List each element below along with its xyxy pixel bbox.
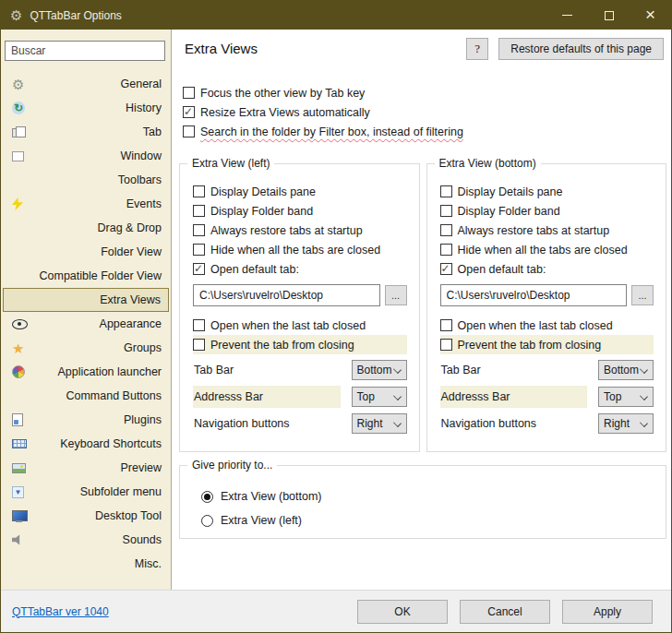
sidebar-item-window[interactable]: Window [1,144,171,168]
apply-button[interactable]: Apply [562,600,653,624]
default-tab-path-input[interactable] [440,284,628,306]
default-tab-path-input[interactable] [193,284,380,306]
checkbox[interactable] [440,244,452,256]
checkbox[interactable] [193,244,205,256]
radio-row-extra-view-left[interactable]: Extra View (left) [201,508,302,532]
checkbox[interactable] [440,263,452,275]
sidebar-item-misc[interactable]: Misc. [1,552,171,576]
checkbox-row-display-folder-band[interactable]: Display Folder band [193,201,407,221]
maximize-button[interactable] [588,1,630,30]
restore-defaults-button[interactable]: Restore defaults of this page [498,38,664,60]
checkbox-label[interactable]: Search in the folder by Filter box, inst… [200,125,463,138]
navigation-buttons-select[interactable]: Right [598,413,654,434]
address-bar-select[interactable]: Top [352,387,407,407]
checkbox-row-hide-when-tabs-closed[interactable]: Hide when all the tabs are closed [440,240,654,259]
checkbox-row-open-when-last-tab-closed[interactable]: Open when the last tab closed [193,316,407,335]
checkbox[interactable] [440,205,452,217]
sidebar-item-plugins[interactable]: Plugins [1,408,171,432]
checkbox-label[interactable]: Focus the other view by Tab key [200,87,365,100]
radio-row-extra-view-bottom[interactable]: Extra View (bottom) [201,484,322,508]
tab-bar-select[interactable]: Bottom [352,360,407,380]
checkbox-row-open-default-tab[interactable]: Open default tab: [440,259,654,279]
checkbox-row-restore-tabs-startup[interactable]: Always restore tabs at startup [193,221,407,240]
cancel-button[interactable]: Cancel [460,600,550,624]
sidebar-item-sounds[interactable]: Sounds [1,528,171,552]
checkbox-label[interactable]: Display Details pane [210,185,316,198]
navigation-buttons-select[interactable]: Right [352,413,407,434]
close-button[interactable]: × [630,1,671,30]
checkbox-label[interactable]: Open default tab: [210,263,299,276]
sidebar-item-folder-view[interactable]: Folder View [1,240,171,264]
sidebar-item-extra-views[interactable]: Extra Views [3,288,169,312]
version-link[interactable]: QTTabBar ver 1040 [12,605,109,618]
checkbox-label[interactable]: Display Details pane [458,185,563,198]
checkbox-row-display-details-pane[interactable]: Display Details pane [193,182,407,201]
sidebar-item-keyboard-shortcuts[interactable]: Keyboard Shortcuts [1,432,171,456]
checkbox[interactable] [193,205,205,217]
browse-button[interactable]: ... [631,285,654,305]
sidebar-item-appearance[interactable]: Appearance [1,312,171,336]
checkbox-row-prevent-tab-closing[interactable]: Prevent the tab from closing [440,335,654,354]
checkbox-label[interactable]: Hide when all the tabs are closed [210,244,380,257]
checkbox-label[interactable]: Always restore tabs at startup [210,224,363,237]
checkbox-label[interactable]: Display Folder band [458,205,560,218]
checkbox-row-search-filter-box[interactable]: Search in the folder by Filter box, inst… [183,122,463,141]
tab-bar-select[interactable]: Bottom [598,360,654,380]
checkbox[interactable] [183,125,195,137]
search-input[interactable] [5,41,165,61]
checkbox[interactable] [193,263,205,275]
radio-label[interactable]: Extra View (left) [221,514,302,527]
checkbox[interactable] [440,185,452,197]
radio-label[interactable]: Extra View (bottom) [221,490,322,503]
sidebar-item-tab[interactable]: Tab [1,120,171,144]
help-button[interactable]: ? [466,38,488,60]
titlebar[interactable]: ⚙ QTTabBar Options × [1,1,671,30]
checkbox-row-hide-when-tabs-closed[interactable]: Hide when all the tabs are closed [193,240,407,259]
sidebar-item-general[interactable]: ⚙ General [1,72,171,96]
checkbox-label[interactable]: Always restore tabs at startup [458,224,610,237]
minimize-button[interactable] [546,1,588,30]
checkbox-label[interactable]: Resize Extra Views automatically [200,106,370,119]
radio-button[interactable] [201,515,213,527]
checkbox-row-display-details-pane[interactable]: Display Details pane [440,182,654,201]
sidebar-item-toolbars[interactable]: Toolbars [1,168,171,192]
checkbox-label[interactable]: Prevent the tab from closing [458,339,602,352]
sidebar-item-compatible-folder-view[interactable]: Compatible Folder View [1,264,171,288]
selected-value: Bottom [357,364,394,376]
checkbox-row-display-folder-band[interactable]: Display Folder band [440,201,654,221]
radio-button[interactable] [201,491,213,503]
checkbox-label[interactable]: Hide when all the tabs are closed [458,244,628,257]
checkbox[interactable] [440,339,452,351]
checkbox[interactable] [193,319,205,331]
checkbox[interactable] [193,339,205,351]
sidebar-item-application-launcher[interactable]: Application launcher [1,360,171,384]
checkbox[interactable] [183,87,195,99]
browse-button[interactable]: ... [385,285,407,305]
checkbox[interactable] [440,224,452,236]
address-bar-select[interactable]: Top [598,387,654,407]
checkbox-label[interactable]: Open default tab: [458,263,546,276]
checkbox[interactable] [193,185,205,197]
checkbox-label[interactable]: Prevent the tab from closing [210,339,354,352]
checkbox-row-open-when-last-tab-closed[interactable]: Open when the last tab closed [440,316,654,335]
checkbox-row-focus-other-view[interactable]: Focus the other view by Tab key [183,83,365,102]
sidebar-item-subfolder-menu[interactable]: ▼ Subfolder menu [1,480,171,504]
sidebar-item-drag-drop[interactable]: Drag & Drop [1,216,171,240]
checkbox-row-resize-extra-views[interactable]: Resize Extra Views automatically [183,102,370,122]
sidebar-item-history[interactable]: ↻ History [1,96,171,120]
sidebar-item-command-buttons[interactable]: Command Buttons [1,384,171,408]
checkbox-label[interactable]: Open when the last tab closed [458,319,613,332]
checkbox[interactable] [183,106,195,118]
ok-button[interactable]: OK [357,600,448,624]
sidebar-item-preview[interactable]: Preview [1,456,171,480]
checkbox-label[interactable]: Display Folder band [210,205,313,218]
checkbox[interactable] [193,224,205,236]
checkbox-row-restore-tabs-startup[interactable]: Always restore tabs at startup [440,221,654,240]
checkbox-label[interactable]: Open when the last tab closed [210,319,366,332]
sidebar-item-desktop-tool[interactable]: Desktop Tool [1,504,171,528]
sidebar-item-groups[interactable]: ★ Groups [1,336,171,360]
checkbox[interactable] [440,319,452,331]
checkbox-row-open-default-tab[interactable]: Open default tab: [193,259,407,279]
sidebar-item-events[interactable]: Events [1,192,171,216]
checkbox-row-prevent-tab-closing[interactable]: Prevent the tab from closing [193,335,407,354]
